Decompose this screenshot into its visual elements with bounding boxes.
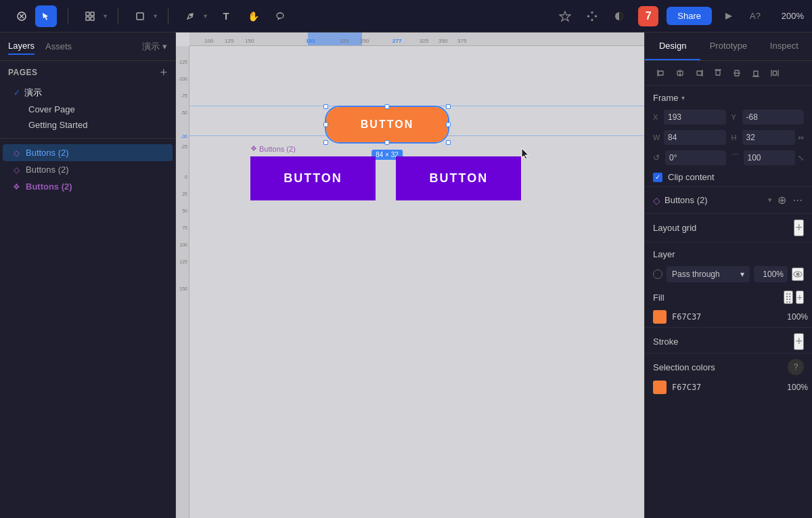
tool-comment[interactable] <box>269 5 291 27</box>
pages-title: Pages <box>8 68 38 77</box>
svg-rect-23 <box>716 70 720 75</box>
handle-ml[interactable] <box>323 123 328 127</box>
layer-icon-component: ❖ <box>11 182 22 192</box>
tool-shape[interactable] <box>129 5 151 27</box>
rotation-input[interactable] <box>665 150 726 165</box>
present-button[interactable]: 演示 ▾ <box>142 41 167 53</box>
tool-plugin[interactable] <box>554 5 576 27</box>
ruler-highlight <box>308 33 362 45</box>
page-item-cover[interactable]: Cover Page <box>8 102 167 117</box>
handle-bl[interactable] <box>323 140 328 145</box>
sel-color-hex-input[interactable] <box>672 383 775 392</box>
ruler-mark-375: 375 <box>457 39 466 44</box>
layer-item-buttons-3[interactable]: ❖ Buttons (2) <box>3 178 173 195</box>
canvas-cursor <box>521 148 529 163</box>
sel-color-opacity-input[interactable] <box>781 383 808 392</box>
layer-item-buttons-2[interactable]: ◇ Buttons (2) <box>3 161 173 178</box>
distribute-h[interactable] <box>767 65 783 81</box>
fill-opacity-input[interactable] <box>781 312 808 322</box>
fill-reorder-btn[interactable]: ⣿ <box>784 290 793 304</box>
share-button[interactable]: Share <box>667 7 712 25</box>
align-center-v[interactable] <box>729 65 745 81</box>
tool-contrast[interactable] <box>608 5 630 27</box>
help-button[interactable]: ? <box>788 359 804 375</box>
svg-marker-8 <box>560 12 570 21</box>
page-item-yanshi[interactable]: ✓ 演示 <box>8 84 167 102</box>
component-more-btn[interactable]: ⋯ <box>792 194 804 207</box>
corner-input[interactable] <box>744 150 796 165</box>
svg-marker-14 <box>725 13 732 20</box>
sel-color-swatch[interactable] <box>653 381 667 394</box>
component-name: Buttons (2) <box>664 195 764 205</box>
svg-rect-27 <box>754 71 758 76</box>
fill-color-swatch[interactable] <box>653 310 667 324</box>
layer-opacity-input[interactable] <box>754 266 788 282</box>
handle-br[interactable] <box>446 140 451 145</box>
handle-tm[interactable] <box>385 104 390 109</box>
orange-button[interactable]: BUTTON <box>326 107 448 142</box>
handle-tl[interactable] <box>323 104 328 109</box>
h-resize-btn[interactable]: ⇔ <box>798 133 804 142</box>
tab-design[interactable]: Design <box>645 33 700 60</box>
align-left[interactable] <box>653 65 669 81</box>
x-input-group: X <box>653 110 726 125</box>
clip-checkbox[interactable]: ✓ <box>653 173 662 182</box>
layer-item-buttons-1[interactable]: ◇ Buttons (2) <box>3 144 173 161</box>
layer-mode-btn[interactable]: Pass through ▾ <box>667 266 750 282</box>
ruler-left: -125 -100 -75 -50 -36 -25 0 25 50 75 100… <box>176 46 189 518</box>
h-input[interactable] <box>742 130 796 145</box>
h-input-group: H ⇔ <box>731 130 805 145</box>
fill-add-btn[interactable]: + <box>796 290 804 304</box>
tab-assets[interactable]: Assets <box>45 39 72 54</box>
tool-move[interactable] <box>35 5 57 27</box>
fill-hex-input[interactable] <box>672 312 775 322</box>
play-button[interactable] <box>717 5 739 27</box>
tool-component[interactable] <box>581 5 603 27</box>
divider-2 <box>118 8 118 24</box>
svg-point-7 <box>277 13 284 18</box>
page-item-getting-started[interactable]: Getting Started <box>8 117 167 133</box>
corner-expand-btn[interactable]: ⤡ <box>798 154 804 163</box>
component-row: ◇ Buttons (2) ▾ ⊕ ⋯ <box>645 186 812 214</box>
w-input[interactable] <box>664 130 726 145</box>
tool-select[interactable] <box>11 5 32 27</box>
add-layout-grid-btn[interactable]: + <box>794 219 804 236</box>
handle-mr[interactable] <box>446 123 451 127</box>
ruler-mark-150: 150 <box>179 286 187 291</box>
tool-pen[interactable] <box>179 5 201 27</box>
ruler-mark-neg50: -50 <box>181 110 187 115</box>
clip-label: Clip content <box>668 172 715 182</box>
purple-button-1[interactable]: BUTTON <box>250 156 376 200</box>
fill-actions: ⣿ + <box>784 290 804 304</box>
tool-frame[interactable] <box>79 5 101 27</box>
svg-rect-3 <box>86 17 89 20</box>
add-page-button[interactable]: + <box>160 66 167 79</box>
stroke-add-btn[interactable]: + <box>794 333 804 350</box>
svg-rect-17 <box>658 71 663 75</box>
tab-prototype[interactable]: Prototype <box>700 33 756 60</box>
component-target-btn[interactable]: ⊕ <box>776 192 788 208</box>
x-input[interactable] <box>664 110 726 125</box>
purple-button-2[interactable]: BUTTON <box>396 156 521 200</box>
align-top[interactable] <box>710 65 726 81</box>
canvas-area[interactable]: 100 125 150 193 225 250 277 325 350 375 … <box>176 33 644 518</box>
align-right[interactable] <box>691 65 707 81</box>
layer-icon-diamond-1: ◇ <box>11 148 22 158</box>
tool-hand[interactable]: ✋ <box>242 5 264 27</box>
tab-layers[interactable]: Layers <box>8 38 35 55</box>
pages-section: Pages + ✓ 演示 Cover Page Getting Started <box>0 61 175 139</box>
align-bottom[interactable] <box>748 65 764 81</box>
style-button[interactable]: A? <box>744 5 766 27</box>
handle-bm[interactable] <box>385 140 390 145</box>
svg-rect-21 <box>697 71 702 75</box>
selection-colors-header: Selection colors ? <box>645 353 812 378</box>
layer-visibility-btn[interactable] <box>792 267 804 281</box>
w-label: W <box>653 133 661 142</box>
y-input[interactable] <box>742 110 805 125</box>
handle-tr[interactable] <box>446 104 451 109</box>
layer-icon-diamond-2: ◇ <box>11 165 22 175</box>
align-center-h[interactable] <box>672 65 688 81</box>
w-input-group: W <box>653 130 726 145</box>
tool-text[interactable]: T <box>215 5 237 27</box>
tab-inspect[interactable]: Inspect <box>757 33 812 60</box>
